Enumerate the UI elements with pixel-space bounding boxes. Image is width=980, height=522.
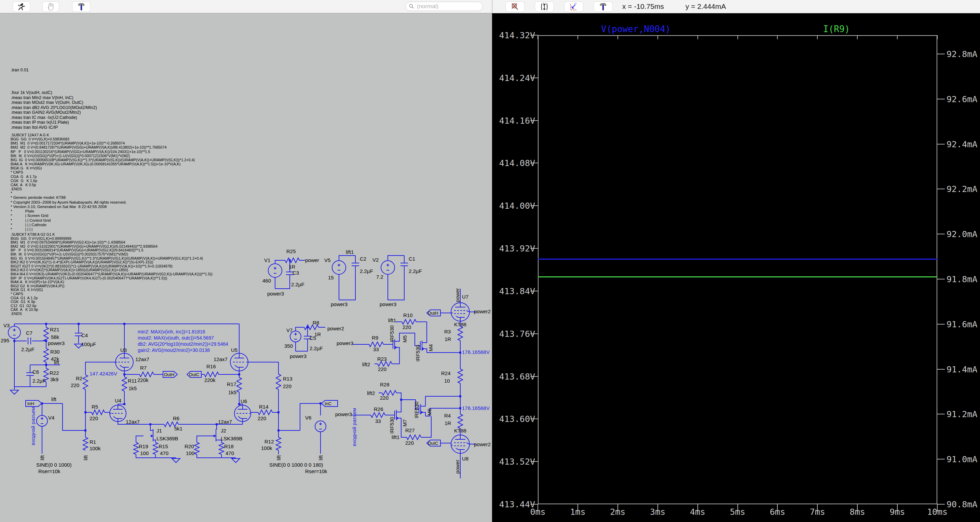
schematic-label[interactable]: power3 [380, 301, 396, 307]
schematic-label[interactable]: lift2 [362, 361, 370, 367]
schematic-label[interactable]: R15 [159, 443, 168, 449]
schematic-label[interactable]: R23 [377, 356, 387, 362]
schematic-label[interactable]: LSK389B [221, 436, 242, 441]
schematic-label[interactable]: lift [83, 455, 89, 460]
schematic-label[interactable]: 1R [445, 336, 451, 342]
schematic-label[interactable]: 220 [405, 440, 414, 446]
schematic-label[interactable]: 3k9 [50, 376, 59, 382]
schematic-label[interactable]: IRF530 [389, 417, 395, 433]
schematic-label[interactable]: 5k1 [174, 426, 183, 431]
schematic-label[interactable]: R20 [185, 443, 194, 449]
schematic-label[interactable]: C1 [409, 256, 415, 262]
schematic-label[interactable]: lift [54, 360, 59, 365]
schematic-label[interactable]: R6 [173, 415, 180, 421]
schematic-label[interactable]: U5 [231, 347, 237, 353]
schematic-label[interactable]: 470 [160, 450, 169, 456]
schematic-label[interactable]: 220 [89, 415, 98, 421]
schematic-label[interactable]: 12ax7 [213, 356, 228, 362]
schematic-label[interactable]: входной разъем [30, 407, 36, 445]
schematic-label[interactable]: 100k [89, 446, 101, 451]
schematic-label[interactable]: R2 [76, 376, 82, 381]
schematic-label[interactable]: power2 [327, 326, 344, 331]
schematic-label[interactable]: 10 [444, 378, 450, 384]
schematic-label[interactable]: R7 [140, 365, 146, 371]
spice-directive-meas[interactable]: .four 1k V(outH, outC) .meas tran MIn2 m… [11, 90, 97, 130]
schematic-label[interactable]: J1 [156, 428, 162, 433]
trace-label-i-r9[interactable]: I(R9) [823, 24, 850, 34]
fit-range-button[interactable] [535, 2, 554, 12]
schematic-label[interactable]: lift [276, 455, 282, 460]
schematic-label[interactable]: V6 [305, 415, 311, 420]
zoom-area-button[interactable] [565, 2, 583, 12]
schematic-label[interactable]: M6 [426, 409, 432, 416]
schematic-label[interactable]: 12ax7 [126, 419, 140, 425]
schematic-label[interactable]: C7 [26, 330, 32, 336]
schematic-label[interactable]: R13 [283, 376, 293, 382]
schematic-label[interactable]: 12ax7 [218, 419, 232, 425]
schematic-label[interactable]: 350 [284, 343, 293, 349]
schematic-label[interactable]: 460 [262, 278, 271, 283]
schematic-label[interactable]: R8 [313, 320, 319, 326]
trace-line-1[interactable] [538, 259, 937, 259]
schematic-label[interactable]: 295 [1, 337, 9, 343]
schematic-label[interactable]: 15 [328, 275, 334, 280]
schematic-label[interactable]: 100µF [81, 341, 96, 347]
schematic-label[interactable]: 1k5 [228, 390, 237, 395]
schematic-label[interactable]: 220 [378, 366, 387, 372]
schematic-label[interactable]: 12ax7 [135, 356, 150, 362]
schematic-label[interactable]: U7 [462, 294, 468, 299]
run-button[interactable] [13, 2, 30, 12]
tools-button[interactable] [72, 2, 90, 12]
schematic-label[interactable]: 7.2 [376, 274, 383, 280]
waveform-canvas[interactable]: V(power,N004) I(R9) 414.32V414.24V414.16… [492, 13, 980, 522]
schematic-label[interactable]: SINE(0 0 1000) [36, 462, 72, 468]
schematic-label[interactable]: R11 [128, 378, 137, 384]
schematic-label[interactable]: KT88 [454, 428, 466, 433]
trace-label-v-power-n004[interactable]: V(power,N004) [601, 24, 671, 34]
schematic-label[interactable]: 220 [71, 382, 79, 388]
schematic-label[interactable]: lift [51, 396, 56, 402]
schematic-label[interactable]: SINE(0 0 1000 0 0 180) [269, 462, 323, 468]
schematic-label[interactable]: power3 [331, 301, 347, 307]
schematic-label[interactable]: C5 [310, 335, 316, 341]
schematic-label[interactable]: 1R [289, 264, 295, 269]
plot-settings-button[interactable] [594, 2, 612, 12]
spice-subckt-12ax7[interactable]: .SUBCKT 12AX7 A G K BGG GG 0 V=V(G,K)+0.… [11, 133, 195, 191]
schematic-label[interactable]: Rser=10k [305, 468, 327, 474]
schematic-label[interactable]: power2 [474, 309, 491, 314]
schematic-label[interactable]: lift1 [388, 317, 396, 323]
schematic-label[interactable]: 2.2µF [409, 268, 422, 274]
schematic-label[interactable]: lift1 [391, 434, 399, 440]
schematic-label[interactable]: 2.2µF [21, 346, 35, 352]
schematic-label[interactable]: 176.16568V [462, 349, 490, 355]
schematic-label[interactable]: V3 [3, 323, 10, 328]
schematic-label[interactable]: Rser=10k [38, 468, 60, 474]
schematic-canvas[interactable]: .tran 0.01 .four 1k V(outH, outC) .meas … [0, 13, 492, 522]
spice-directive-tran[interactable]: .tran 0.01 [11, 68, 29, 72]
search-box[interactable] [405, 2, 483, 11]
schematic-label[interactable]: 2.2µF [291, 282, 304, 287]
schematic-label[interactable]: lift2 [367, 390, 375, 396]
schematic-label[interactable]: 2.2µF [310, 345, 323, 351]
schematic-label[interactable]: R10 [403, 312, 413, 318]
schematic-label[interactable]: R18 [224, 443, 234, 449]
schematic-label[interactable]: 220 [258, 415, 266, 421]
schematic-label[interactable]: R19 [139, 443, 148, 449]
schematic-label[interactable]: power3 [48, 340, 65, 346]
schematic-label[interactable]: R17 [227, 381, 237, 387]
schematic-label[interactable]: power3 [290, 353, 307, 359]
schematic-label[interactable]: power [455, 288, 460, 302]
schematic-label[interactable]: OutH [164, 372, 174, 377]
schematic-label[interactable]: C4 [81, 333, 88, 338]
schematic-label[interactable]: C6 [32, 369, 39, 375]
pan-button[interactable] [43, 2, 59, 12]
trace-line-2[interactable] [538, 276, 937, 277]
schematic-label[interactable]: C3 [293, 270, 299, 276]
schematic-label[interactable]: J2 [221, 428, 226, 433]
schematic-label[interactable]: lift [39, 455, 45, 460]
schematic-label[interactable]: 220k [204, 377, 216, 383]
schematic-label[interactable]: 58k [51, 334, 59, 340]
search-input[interactable] [416, 3, 479, 10]
schematic-label[interactable]: 147.42426V [89, 371, 117, 376]
schematic-label[interactable]: lift [318, 455, 324, 460]
